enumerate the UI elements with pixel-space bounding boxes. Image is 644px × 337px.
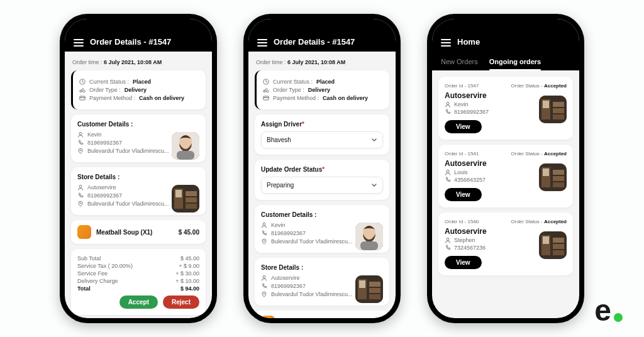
phone-order-details-1: Order Details - #1547 Order time : 6 Jul…: [60, 14, 217, 323]
menu-icon[interactable]: [74, 39, 84, 47]
phone-order-details-2: Order Details - #1547 Order time : 6 Jul…: [243, 14, 401, 323]
assign-driver-card: Assign Driver* Bhavesh: [255, 114, 389, 155]
customer-card: Customer Details : Kevin 81969992367 Bul…: [71, 114, 206, 162]
pin-icon: [261, 238, 267, 245]
card-icon: [79, 95, 86, 101]
store-thumbnail: [539, 163, 567, 191]
clock-icon: [263, 79, 269, 85]
assign-driver-select[interactable]: Bhavesh: [261, 131, 383, 148]
user-icon: [445, 101, 451, 108]
card-icon: [263, 95, 269, 101]
home-tabs: New Orders Ongoing orders: [432, 52, 579, 70]
order-card: Order Id - 1540Order Status - Accepted A…: [438, 213, 573, 275]
brand-logo: e: [594, 296, 623, 326]
phone-icon: [261, 283, 267, 289]
order-item-row: Meatball Soup (X1) $ 45.00: [255, 311, 389, 318]
order-card: Order Id - 1547Order Status - Accepted A…: [438, 77, 573, 140]
totals-card: Sub Total$ 45.00 Service Tax ( 20.00%)+ …: [71, 249, 206, 315]
bike-icon: [79, 87, 86, 93]
user-icon: [261, 275, 267, 281]
view-button[interactable]: View: [445, 188, 482, 201]
view-button[interactable]: View: [445, 256, 482, 269]
user-icon: [261, 222, 267, 228]
pin-icon: [77, 201, 84, 207]
user-icon: [445, 169, 451, 175]
store-heading: Store Details :: [77, 174, 199, 180]
phone-icon: [445, 109, 451, 115]
avatar: [172, 132, 199, 160]
assign-driver-heading: Assign Driver*: [261, 121, 383, 128]
store-card: Store Details : Autoservire 81969992367 …: [71, 167, 206, 215]
update-status-card: Update Order Status* Preparing: [255, 160, 389, 200]
user-icon: [77, 184, 84, 191]
chevron-down-icon: [371, 137, 377, 143]
store-thumbnail: [539, 231, 567, 259]
clock-icon: [79, 79, 86, 85]
page-title: Home: [457, 37, 480, 47]
user-icon: [445, 237, 451, 243]
pin-icon: [77, 148, 84, 154]
order-item-row: Meatball Soup (X1) $ 45.00: [71, 220, 206, 244]
item-price: $ 45.00: [179, 229, 199, 236]
store-thumbnail: [355, 275, 383, 303]
user-icon: [77, 131, 84, 138]
chevron-down-icon: [371, 182, 377, 189]
phone-icon: [445, 245, 451, 251]
phone-icon: [261, 230, 267, 236]
store-thumbnail: [539, 96, 567, 123]
phone-icon: [445, 177, 451, 183]
status-card: Current Status : Placed Order Type : Del…: [255, 70, 389, 109]
item-thumb: [77, 225, 91, 239]
menu-icon[interactable]: [441, 39, 451, 47]
order-time: Order time : 6 July 2021, 10:08 AM: [71, 58, 206, 65]
status-card: Current Status : Placed Order Type : Del…: [71, 70, 206, 109]
pin-icon: [261, 291, 267, 297]
accept-button[interactable]: Accept: [119, 296, 158, 309]
page-title: Order Details - #1547: [90, 37, 171, 47]
tab-ongoing-orders[interactable]: Ongoing orders: [489, 54, 541, 70]
customer-heading: Customer Details :: [261, 211, 383, 218]
customer-heading: Customer Details :: [77, 121, 199, 128]
bike-icon: [263, 87, 269, 93]
menu-icon[interactable]: [257, 39, 267, 47]
store-heading: Store Details :: [261, 264, 383, 271]
phone-home: Home New Orders Ongoing orders Order Id …: [427, 14, 584, 323]
phone-icon: [77, 140, 84, 146]
store-thumbnail: [172, 185, 199, 213]
page-title: Order Details - #1547: [274, 37, 355, 47]
view-button[interactable]: View: [445, 120, 482, 133]
order-time: Order time : 6 July 2021, 10:08 AM: [255, 58, 389, 65]
item-name: Meatball Soup (X1): [96, 229, 152, 236]
store-card: Store Details : Autoservire 81969992367 …: [255, 258, 389, 306]
customer-card: Customer Details : Kevin 81969992367 Bul…: [255, 205, 389, 253]
update-status-select[interactable]: Preparing: [261, 177, 383, 194]
item-thumb: [261, 316, 275, 318]
brand-dot-icon: [614, 313, 623, 322]
update-status-heading: Update Order Status*: [261, 166, 383, 173]
tab-new-orders[interactable]: New Orders: [441, 54, 478, 70]
reject-button[interactable]: Reject: [163, 296, 199, 309]
order-card: Order Id - 1541Order Status - Accepted A…: [438, 145, 573, 207]
avatar: [355, 223, 383, 250]
phone-icon: [77, 192, 84, 199]
